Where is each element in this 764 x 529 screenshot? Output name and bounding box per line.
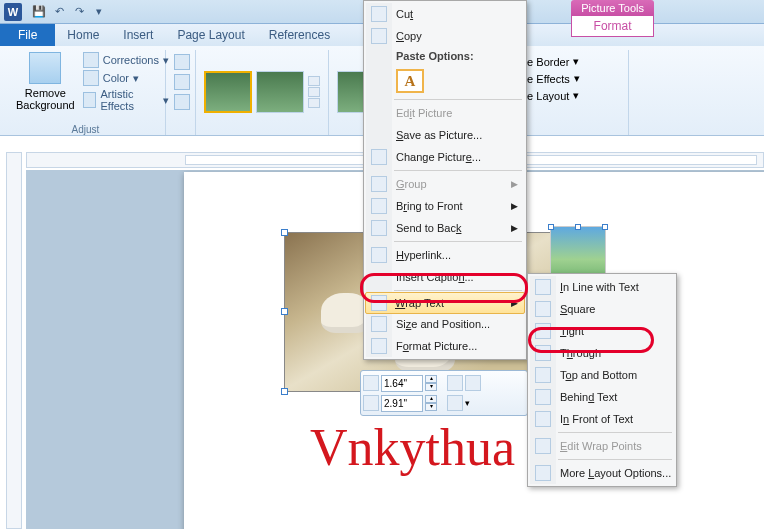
format-icon	[371, 338, 387, 354]
artistic-effects-button[interactable]: Artistic Effects▾	[83, 88, 169, 112]
width-input[interactable]	[381, 395, 423, 412]
ctx-send-to-back[interactable]: Send to Back▶	[366, 217, 524, 239]
styles-scroll[interactable]	[308, 76, 320, 108]
group-extra	[166, 50, 196, 135]
height-input[interactable]	[381, 375, 423, 392]
qat-more-icon[interactable]: ▾	[90, 3, 108, 21]
chevron-right-icon: ▶	[511, 223, 518, 233]
wrap-square[interactable]: Square	[530, 298, 674, 320]
ctx-hyperlink[interactable]: Hyperlink...	[366, 244, 524, 266]
tab-references[interactable]: References	[257, 24, 342, 46]
hyperlink-icon	[371, 247, 387, 263]
paste-keep-formatting-icon[interactable]: A	[396, 69, 424, 93]
wrap-inline[interactable]: In Line with Text	[530, 276, 674, 298]
wrap-in-front[interactable]: In Front of Text	[530, 408, 674, 430]
ctx-insert-caption[interactable]: Insert Caption...	[366, 266, 524, 288]
color-button[interactable]: Color▾	[83, 70, 169, 86]
resize-handle[interactable]	[575, 224, 581, 230]
separator	[558, 432, 672, 433]
word-icon: W	[4, 3, 22, 21]
size-mini-toolbar: ▴▾ ▴▾ ▾	[360, 370, 528, 416]
wrap-behind-icon	[535, 389, 551, 405]
reset-pic-icon[interactable]	[174, 94, 190, 110]
corrections-button[interactable]: Corrections▾	[83, 52, 169, 68]
height-icon	[363, 375, 379, 391]
width-spinner[interactable]: ▴▾	[425, 395, 437, 411]
tab-insert[interactable]: Insert	[111, 24, 165, 46]
corrections-icon	[83, 52, 99, 68]
more-icon	[535, 465, 551, 481]
resize-handle[interactable]	[281, 229, 288, 236]
extra2-icon[interactable]	[447, 395, 463, 411]
undo-icon[interactable]: ↶	[50, 3, 68, 21]
remove-background-icon	[29, 52, 61, 84]
style-thumb-1[interactable]	[204, 71, 252, 113]
wrap-topbot-icon	[535, 367, 551, 383]
artistic-icon	[83, 92, 97, 108]
wrap-inline-icon	[535, 279, 551, 295]
wrap-tight-icon	[535, 323, 551, 339]
chevron-right-icon: ▶	[511, 298, 518, 308]
resize-handle[interactable]	[281, 388, 288, 395]
picture-tools-header: Picture Tools	[571, 0, 654, 16]
tab-page-layout[interactable]: Page Layout	[165, 24, 256, 46]
wrap-through[interactable]: Through	[530, 342, 674, 364]
ctx-change-picture[interactable]: Change Picture...	[366, 146, 524, 168]
ctx-paste-header: Paste Options:	[366, 47, 524, 65]
wrap-tight[interactable]: Tight	[530, 320, 674, 342]
cut-icon	[371, 6, 387, 22]
wrap-text-submenu: In Line with Text Square Tight Through T…	[527, 273, 677, 487]
ctx-save-as-picture[interactable]: Save as Picture...	[366, 124, 524, 146]
group-icon	[371, 176, 387, 192]
extra-icon[interactable]	[465, 375, 481, 391]
ctx-cut[interactable]: Cut	[366, 3, 524, 25]
bring-front-icon	[371, 198, 387, 214]
dropdown-icon: ▾	[573, 89, 579, 102]
redo-icon[interactable]: ↷	[70, 3, 88, 21]
ctx-wrap-text[interactable]: Wrap Text▶	[365, 292, 525, 314]
ctx-copy[interactable]: Copy	[366, 25, 524, 47]
change-icon	[371, 149, 387, 165]
ctx-group: Group▶	[366, 173, 524, 195]
tab-format[interactable]: Format	[571, 16, 654, 37]
group-picture-styles	[196, 50, 329, 135]
separator	[394, 170, 522, 171]
wrap-edit-points: Edit Wrap Points	[530, 435, 674, 457]
dropdown-icon: ▾	[133, 72, 139, 85]
wrap-front-icon	[535, 411, 551, 427]
group-adjust: Remove Background Corrections▾ Color▾ Ar…	[6, 50, 166, 135]
separator	[558, 459, 672, 460]
compress-icon[interactable]	[174, 54, 190, 70]
ctx-paste-option[interactable]: A	[366, 65, 524, 97]
ctx-size-position[interactable]: Size and Position...	[366, 313, 524, 335]
wrap-more-options[interactable]: More Layout Options...	[530, 462, 674, 484]
tab-home[interactable]: Home	[55, 24, 111, 46]
crop-icon[interactable]	[447, 375, 463, 391]
ruler-vertical[interactable]	[6, 152, 22, 529]
tab-file[interactable]: File	[0, 24, 55, 46]
ctx-format-picture[interactable]: Format Picture...	[366, 335, 524, 357]
save-icon[interactable]: 💾	[30, 3, 48, 21]
watermark-text: Vnkythua	[310, 418, 515, 477]
wrap-top-bottom[interactable]: Top and Bottom	[530, 364, 674, 386]
resize-handle[interactable]	[602, 224, 608, 230]
wrap-square-icon	[535, 301, 551, 317]
chevron-right-icon: ▶	[511, 201, 518, 211]
separator	[394, 99, 522, 100]
style-thumb-2[interactable]	[256, 71, 304, 113]
ctx-bring-to-front[interactable]: Bring to Front▶	[366, 195, 524, 217]
separator	[394, 241, 522, 242]
wrap-behind[interactable]: Behind Text	[530, 386, 674, 408]
resize-handle[interactable]	[548, 224, 554, 230]
dropdown-icon: ▾	[573, 55, 579, 68]
remove-background-button[interactable]: Remove Background	[14, 50, 77, 122]
group-adjust-label: Adjust	[14, 122, 157, 135]
dropdown-icon[interactable]: ▾	[465, 398, 470, 408]
height-spinner[interactable]: ▴▾	[425, 375, 437, 391]
separator	[394, 290, 522, 291]
picture-tools-contextual: Picture Tools Format	[571, 0, 654, 46]
change-pic-icon[interactable]	[174, 74, 190, 90]
size-icon	[371, 316, 387, 332]
copy-icon	[371, 28, 387, 44]
resize-handle[interactable]	[281, 308, 288, 315]
